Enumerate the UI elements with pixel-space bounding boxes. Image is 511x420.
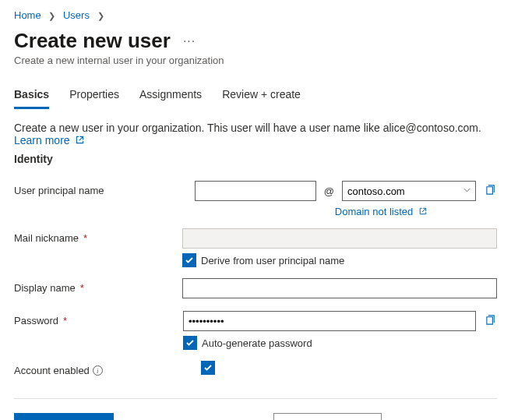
upn-label: User principal name: [14, 181, 195, 196]
copy-password-icon[interactable]: [485, 314, 497, 328]
external-link-icon: [419, 206, 427, 217]
external-link-icon: [76, 134, 84, 146]
breadcrumb-users[interactable]: Users: [63, 9, 90, 21]
tab-properties[interactable]: Properties: [69, 88, 119, 109]
previous-button: Previous: [189, 413, 264, 420]
auto-generate-password-checkbox[interactable]: [183, 336, 197, 350]
at-symbol: @: [324, 185, 334, 197]
page-subtitle: Create a new internal user in your organ…: [14, 55, 497, 66]
learn-more-link[interactable]: Learn more: [14, 134, 84, 146]
password-label: Password*: [14, 311, 183, 326]
footer-actions: Review + create Previous Next: Propertie…: [14, 413, 497, 420]
section-identity-heading: Identity: [14, 153, 497, 165]
password-input[interactable]: [183, 311, 476, 331]
nickname-input: [182, 228, 497, 249]
breadcrumb: Home ❯ Users ❯: [14, 9, 497, 21]
derive-nickname-checkbox[interactable]: [182, 253, 196, 267]
next-button[interactable]: Next: Properties: [273, 413, 382, 420]
display-name-input[interactable]: [182, 278, 497, 298]
upn-input[interactable]: [195, 181, 316, 201]
intro-text: Create a new user in your organization. …: [14, 122, 497, 146]
auto-generate-password-label: Auto-generate password: [202, 337, 312, 349]
tabs: Basics Properties Assignments Review + c…: [14, 88, 497, 109]
nickname-label: Mail nickname*: [14, 228, 182, 244]
tab-basics[interactable]: Basics: [14, 88, 49, 109]
divider: [14, 398, 497, 399]
display-name-label: Display name*: [14, 278, 182, 294]
breadcrumb-home[interactable]: Home: [14, 9, 41, 21]
account-enabled-checkbox[interactable]: [201, 361, 215, 375]
more-actions-icon[interactable]: ···: [183, 34, 196, 48]
review-create-button[interactable]: Review + create: [14, 413, 114, 420]
chevron-right-icon: ❯: [97, 11, 104, 20]
derive-nickname-label: Derive from user principal name: [201, 255, 344, 266]
account-enabled-label: Account enabled i: [14, 361, 201, 376]
domain-not-listed-link[interactable]: Domain not listed: [335, 206, 427, 217]
domain-select[interactable]: [342, 181, 476, 201]
copy-upn-icon[interactable]: [485, 184, 497, 198]
tab-assignments[interactable]: Assignments: [139, 88, 202, 109]
tab-review-create[interactable]: Review + create: [222, 88, 301, 109]
page-title: Create new user: [14, 29, 171, 53]
chevron-right-icon: ❯: [48, 11, 55, 20]
info-icon[interactable]: i: [93, 365, 103, 376]
